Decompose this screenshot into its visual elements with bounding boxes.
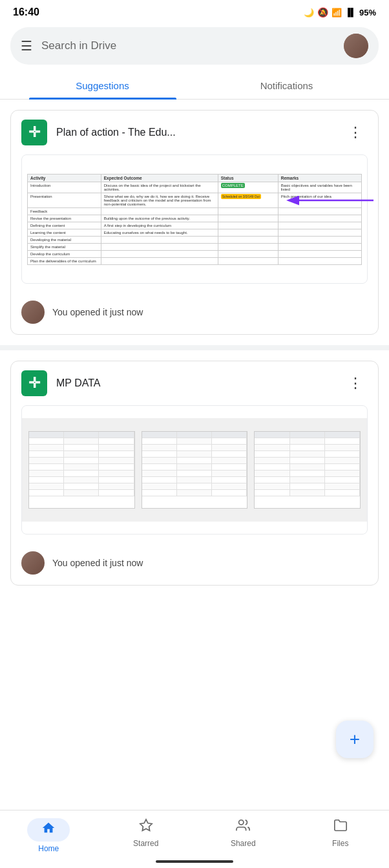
bluetooth-icon: 🔕 — [317, 7, 328, 17]
wifi-icon: 📶 — [331, 8, 342, 17]
svg-point-3 — [239, 820, 244, 825]
section-divider — [0, 345, 389, 350]
mp-sheet-3 — [254, 431, 361, 509]
file-name-2: MP DATA — [56, 377, 334, 389]
nav-item-shared[interactable]: Shared — [194, 816, 292, 851]
file-header-1: ✛ Plan of action - The Edu... ⋮ — [11, 111, 378, 154]
nav-label-starred: Starred — [133, 839, 158, 848]
home-indicator — [156, 860, 233, 863]
activity-text-1: You opened it just now — [52, 307, 143, 317]
user-activity-1: You opened it just now — [11, 294, 378, 334]
nav-item-starred[interactable]: Starred — [98, 816, 195, 851]
file-header-2: ✛ MP DATA ⋮ — [11, 361, 378, 405]
more-options-2[interactable]: ⋮ — [343, 372, 368, 394]
home-icon — [41, 821, 56, 839]
star-icon — [139, 818, 153, 836]
bottom-nav: Home Starred Shared Files — [0, 810, 389, 868]
nav-label-home: Home — [38, 844, 59, 853]
people-icon — [236, 818, 250, 836]
file-card-1[interactable]: ✛ Plan of action - The Edu... ⋮ Activity… — [10, 110, 379, 335]
battery-icon: 95% — [359, 8, 376, 17]
search-bar[interactable]: ☰ Search in Drive — [10, 27, 379, 65]
moon-icon: 🌙 — [304, 8, 314, 17]
status-icons: 🌙 🔕 📶 ▐▌ 95% — [304, 7, 376, 17]
nav-item-files[interactable]: Files — [292, 816, 390, 851]
file-name-1: Plan of action - The Edu... — [56, 127, 334, 138]
avatar[interactable] — [344, 34, 368, 58]
status-bar: 16:40 🌙 🔕 📶 ▐▌ 95% — [0, 0, 389, 22]
mp-sheet-2 — [142, 431, 248, 509]
nav-label-shared: Shared — [231, 839, 256, 848]
fab-plus-icon: + — [350, 729, 360, 750]
sheets-icon-1: ✛ — [21, 120, 47, 145]
nav-item-home[interactable]: Home — [0, 816, 98, 856]
hamburger-icon[interactable]: ☰ — [21, 38, 32, 54]
user-activity-2: You opened it just now — [11, 545, 378, 585]
tab-notifications[interactable]: Notifications — [194, 72, 379, 99]
mp-sheet-1 — [28, 431, 135, 509]
file-preview-2 — [21, 405, 368, 535]
tabs: Suggestions Notifications — [0, 72, 389, 100]
folder-icon — [333, 818, 348, 836]
avatar-image — [344, 34, 368, 58]
user-avatar-2 — [21, 551, 45, 575]
fab-button[interactable]: + — [336, 721, 373, 758]
tab-suggestions[interactable]: Suggestions — [10, 72, 194, 99]
sheets-icon-2: ✛ — [21, 370, 47, 396]
file-card-2[interactable]: ✛ MP DATA ⋮ — [10, 361, 379, 586]
signal-icon: ▐▌ — [345, 8, 356, 17]
search-placeholder: Search in Drive — [41, 39, 335, 52]
svg-marker-2 — [140, 820, 152, 831]
status-time: 16:40 — [13, 6, 39, 18]
nav-label-files: Files — [332, 839, 348, 848]
activity-text-2: You opened it just now — [52, 558, 143, 568]
user-avatar-1 — [21, 301, 45, 324]
file-preview-1: Activity Expected Outcome Status Remarks… — [21, 154, 368, 284]
more-options-1[interactable]: ⋮ — [343, 122, 368, 143]
